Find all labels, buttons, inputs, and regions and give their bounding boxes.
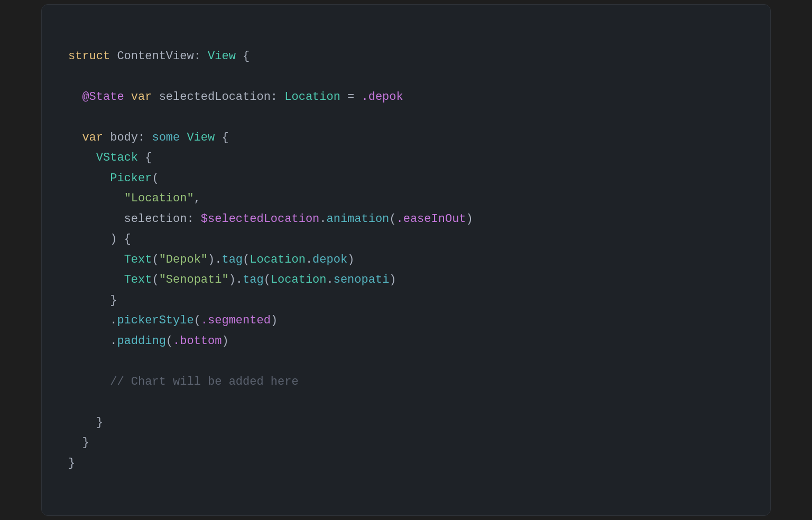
line-9: Text("Depok").tag(Location.depok) xyxy=(68,253,354,266)
line-7: selection: $selectedLocation.animation(.… xyxy=(68,212,473,226)
line-18: } xyxy=(68,436,89,449)
line-12: .pickerStyle(.segmented) xyxy=(68,314,278,327)
line-3: var body: some View { xyxy=(68,131,229,144)
line-10: Text("Senopati").tag(Location.senopati) xyxy=(68,273,396,286)
code-editor: struct ContentView: View { @State var se… xyxy=(41,4,771,516)
line-6: "Location", xyxy=(68,192,201,205)
line-19: } xyxy=(68,457,75,470)
line-11: } xyxy=(68,294,117,307)
line-8: ) { xyxy=(68,233,131,246)
line-15: // Chart will be added here xyxy=(68,375,299,388)
line-2: @State var selectedLocation: Location = … xyxy=(68,90,403,104)
line-17: } xyxy=(68,416,103,429)
line-5: Picker( xyxy=(68,172,159,185)
line-13: .padding(.bottom) xyxy=(68,335,229,348)
code-block: struct ContentView: View { @State var se… xyxy=(68,26,744,494)
line-4: VStack { xyxy=(68,151,152,164)
line-1: struct ContentView: View { xyxy=(68,50,250,63)
